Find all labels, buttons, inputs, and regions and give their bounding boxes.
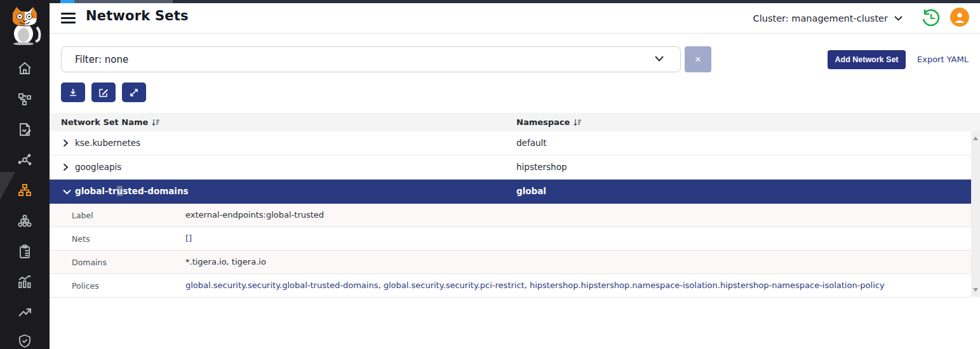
- table-row[interactable]: googleapis hipstershop: [50, 155, 971, 180]
- sidebar: [0, 0, 50, 349]
- policy-document-icon[interactable]: [17, 122, 32, 137]
- column-label: Network Set Name: [61, 117, 148, 127]
- history-icon[interactable]: [920, 8, 941, 28]
- chevron-down-icon[interactable]: [63, 189, 71, 195]
- security-shield-icon[interactable]: [17, 333, 32, 348]
- scroll-down-arrow-icon[interactable]: [973, 288, 978, 292]
- expand-button[interactable]: [122, 82, 146, 102]
- detail-row: Domains *.tigera.io, tigera.io: [50, 251, 971, 274]
- page-title: Network Sets: [86, 8, 189, 23]
- edit-button[interactable]: [91, 82, 116, 102]
- vertical-scrollbar[interactable]: [971, 131, 980, 297]
- column-header-namespace[interactable]: Namespace: [516, 117, 582, 127]
- download-button[interactable]: [61, 82, 85, 102]
- endpoints-cluster-icon[interactable]: [17, 213, 32, 228]
- clear-filter-button[interactable]: ×: [685, 46, 711, 72]
- text-cursor: u: [117, 186, 123, 196]
- app-header: Network Sets Cluster: management-cluster: [50, 3, 980, 34]
- network-sets-page: Network Sets Cluster: management-cluster…: [0, 0, 980, 349]
- detail-value: []: [185, 234, 192, 243]
- filter-select[interactable]: Filter: none: [61, 46, 681, 72]
- detail-value: *.tigera.io, tigera.io: [185, 257, 266, 267]
- export-yaml-link[interactable]: Export YAML: [917, 55, 969, 64]
- add-network-set-button[interactable]: Add Network Set: [828, 50, 906, 69]
- home-icon[interactable]: [17, 61, 32, 76]
- sort-icon: [574, 119, 582, 126]
- chevron-right-icon[interactable]: [63, 163, 69, 171]
- detail-label: Polices: [72, 281, 99, 291]
- detail-label: Domains: [72, 258, 107, 267]
- sidebar-corner-wedge: [0, 172, 15, 200]
- network-set-name[interactable]: global-trusted-domains: [75, 186, 189, 196]
- name-part: global-tr: [75, 186, 117, 196]
- chevron-right-icon[interactable]: [63, 139, 69, 147]
- detail-label: Nets: [72, 234, 90, 244]
- detail-row: Polices global.security.security.global-…: [50, 274, 971, 298]
- network-sets-icon[interactable]: [17, 183, 32, 198]
- detail-row: Label external-endpoints:global-trusted: [50, 204, 971, 227]
- detail-label: Label: [72, 211, 93, 220]
- detail-value: external-endpoints:global-trusted: [185, 210, 324, 220]
- download-icon: [68, 88, 78, 98]
- table-body: kse.kubernetes default googleapis hipste…: [50, 131, 971, 298]
- detail-value: global.security.security.global-trusted-…: [185, 280, 885, 290]
- column-label: Namespace: [516, 117, 570, 127]
- name-part: sted-domains: [123, 186, 188, 196]
- network-set-name[interactable]: googleapis: [75, 162, 121, 172]
- network-topology-icon[interactable]: [17, 91, 32, 107]
- table-row-selected[interactable]: global-trusted-domains global: [50, 180, 971, 204]
- column-header-name[interactable]: Network Set Name: [61, 117, 160, 127]
- scroll-up-arrow-icon[interactable]: [973, 136, 978, 140]
- namespace-value: default: [516, 138, 547, 148]
- namespace-value: global: [516, 186, 546, 196]
- filter-select-value: Filter: none: [75, 54, 128, 65]
- chevron-down-icon: [655, 56, 664, 62]
- detail-row: Nets []: [50, 227, 971, 251]
- trending-icon[interactable]: [17, 305, 32, 320]
- service-graph-icon[interactable]: [17, 152, 32, 168]
- compliance-clipboard-icon[interactable]: [17, 244, 32, 259]
- network-set-name[interactable]: kse.kubernetes: [75, 138, 140, 148]
- sort-icon: [152, 119, 160, 126]
- expand-icon: [129, 88, 139, 98]
- table-row[interactable]: kse.kubernetes default: [50, 131, 971, 155]
- edit-icon: [98, 88, 109, 98]
- cluster-selector-label: Cluster: management-cluster: [753, 13, 888, 23]
- table-header: Network Set Name Namespace: [50, 113, 980, 131]
- person-icon: [953, 11, 966, 23]
- cluster-selector[interactable]: Cluster: management-cluster: [753, 11, 903, 26]
- calico-cat-logo[interactable]: [7, 6, 43, 45]
- namespace-value: hipstershop: [516, 162, 567, 172]
- menu-icon[interactable]: [61, 13, 76, 23]
- chevron-down-icon: [894, 16, 903, 21]
- user-avatar[interactable]: [950, 8, 969, 27]
- statistics-chart-icon[interactable]: [17, 274, 32, 289]
